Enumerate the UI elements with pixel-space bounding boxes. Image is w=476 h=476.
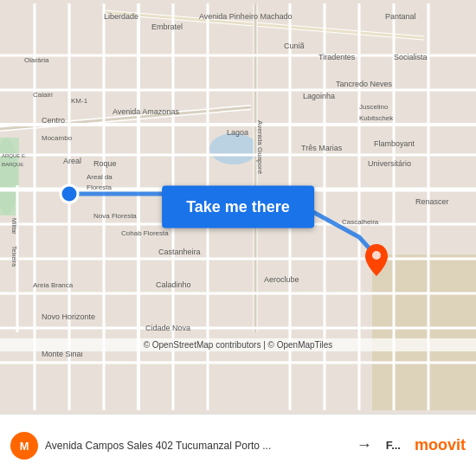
svg-text:Três Marias: Três Marias: [301, 144, 343, 152]
map-area: Liberdade Embratel Avenida Pinheiro Mach…: [0, 0, 476, 414]
svg-text:Juscelino: Juscelino: [359, 103, 389, 111]
svg-point-4: [209, 133, 258, 164]
svg-text:Caladinho: Caladinho: [156, 280, 191, 289]
svg-text:Novo Horizonte: Novo Horizonte: [42, 312, 95, 321]
svg-text:Militar: Militar: [11, 218, 17, 235]
svg-text:KM-1: KM-1: [71, 97, 88, 105]
svg-text:Teixeira: Teixeira: [11, 246, 17, 267]
svg-text:Embratel: Embratel: [151, 23, 183, 31]
route-destination: F...: [386, 439, 401, 452]
svg-text:Lagoinha: Lagoinha: [303, 92, 335, 100]
svg-text:Mocambo: Mocambo: [42, 134, 73, 142]
svg-text:Floresta: Floresta: [87, 183, 112, 191]
svg-text:ARQUE E.: ARQUE E.: [2, 153, 27, 158]
svg-text:Avenida Guaporé: Avenida Guaporé: [256, 120, 264, 175]
svg-text:Areia Branca: Areia Branca: [33, 281, 74, 289]
svg-text:Avenida Pinheiro Machado: Avenida Pinheiro Machado: [199, 12, 292, 21]
osm-credit: © OpenStreetMap contributors | © OpenMap…: [0, 338, 476, 351]
moovit-text-logo: moovit: [415, 436, 466, 454]
svg-text:Kubitschek: Kubitschek: [359, 114, 394, 122]
svg-text:Aeroclube: Aeroclube: [264, 275, 299, 284]
route-info-container: Avenida Campos Sales 402 Tucumanzal Port…: [45, 440, 343, 452]
svg-text:Cidade Nova: Cidade Nova: [145, 324, 190, 332]
svg-point-75: [61, 185, 78, 203]
take-me-there-button[interactable]: Take me there: [162, 186, 314, 228]
svg-text:M: M: [20, 439, 29, 452]
svg-text:Areal: Areal: [63, 157, 81, 165]
svg-text:Tancredo Neves: Tancredo Neves: [336, 80, 393, 88]
svg-text:Cascalheira: Cascalheira: [342, 218, 379, 226]
svg-text:Areal da: Areal da: [87, 173, 113, 181]
svg-rect-5: [372, 254, 476, 410]
svg-text:Centro: Centro: [42, 116, 65, 125]
svg-text:Universitário: Universitário: [368, 159, 411, 168]
svg-text:Castanheira: Castanheira: [158, 248, 201, 256]
svg-text:BARQUE: BARQUE: [2, 162, 23, 167]
moovit-icon: M: [10, 432, 38, 460]
svg-text:Pantanal: Pantanal: [385, 12, 416, 21]
svg-text:Cohab Floresta: Cohab Floresta: [121, 229, 169, 237]
svg-text:Tiradentes: Tiradentes: [318, 53, 356, 61]
svg-text:Roque: Roque: [93, 159, 117, 168]
svg-text:Calairi: Calairi: [33, 91, 53, 99]
route-arrow: →: [350, 436, 379, 454]
svg-text:Cuniã: Cuniã: [284, 42, 305, 50]
route-origin: Avenida Campos Sales 402 Tucumanzal Port…: [45, 440, 343, 452]
svg-text:Olarária: Olarária: [24, 56, 49, 64]
svg-text:Liberdade: Liberdade: [104, 12, 138, 21]
moovit-logo: M: [10, 432, 38, 460]
svg-point-77: [372, 251, 381, 260]
svg-text:Renascer: Renascer: [415, 197, 449, 206]
bottom-bar: M Avenida Campos Sales 402 Tucumanzal Po…: [0, 414, 476, 476]
svg-text:Nova Floresta: Nova Floresta: [93, 212, 137, 220]
svg-text:Socialista: Socialista: [394, 53, 428, 61]
app-container: Liberdade Embratel Avenida Pinheiro Mach…: [0, 0, 476, 476]
svg-text:Avenida Amazonas: Avenida Amazonas: [113, 107, 179, 116]
svg-text:Flamboyant: Flamboyant: [374, 139, 415, 148]
svg-text:Lagoa: Lagoa: [227, 128, 248, 137]
